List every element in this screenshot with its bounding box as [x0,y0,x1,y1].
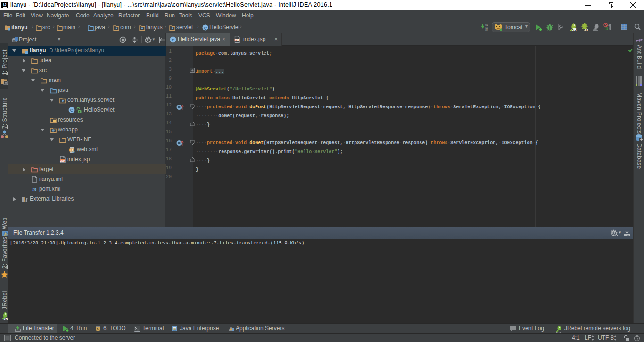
svg-text:C: C [204,26,207,31]
svg-text:JR: JR [584,28,588,32]
svg-text:EE: EE [173,328,176,331]
svg-text:m: m [32,186,36,193]
svg-text:JR: JR [4,317,8,320]
svg-text:JSP: JSP [60,159,65,162]
svg-text:C: C [172,38,175,42]
svg-text:JR: JR [572,28,577,31]
svg-text:C: C [70,108,74,113]
svg-text:JSP: JSP [235,39,240,41]
svg-text:01: 01 [485,29,488,31]
